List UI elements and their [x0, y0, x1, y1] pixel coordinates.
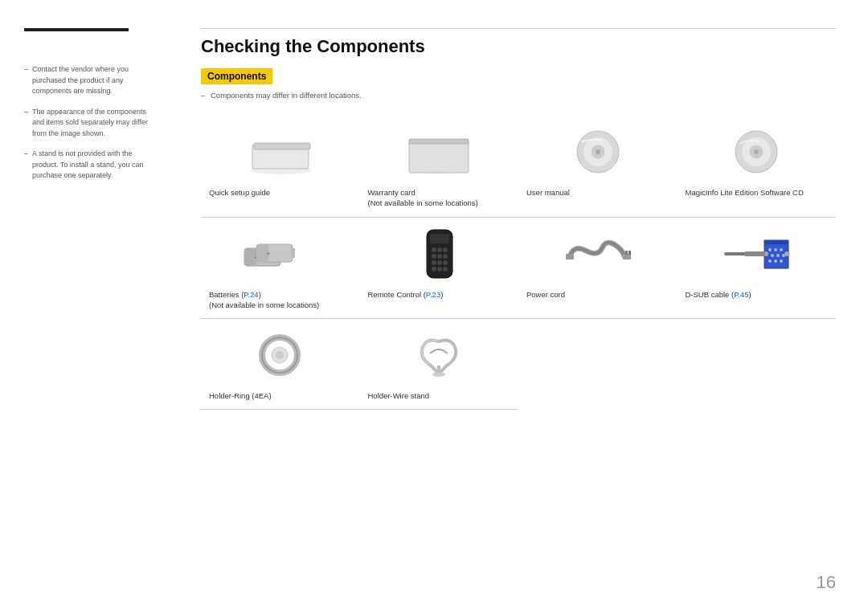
- magicinfo-cd-label: MagicInfo Lite Edition Software CD: [686, 187, 804, 198]
- main-content: Checking the Components Components Compo…: [169, 0, 868, 613]
- svg-point-26: [443, 247, 448, 252]
- components-grid: Quick setup guide Warranty card (Not ava…: [201, 116, 836, 410]
- warranty-card-icon: [368, 122, 511, 182]
- component-batteries: + + Batteries (P.24) (Not available in s…: [201, 218, 360, 320]
- main-top-bar: [201, 28, 836, 29]
- svg-point-44: [776, 254, 780, 257]
- svg-point-42: [780, 248, 783, 251]
- remote-control-icon: [368, 224, 511, 284]
- component-holder-ring: Holder-Ring (4EA): [201, 319, 360, 410]
- sidebar-note-2: The appearance of the components and ite…: [24, 107, 154, 140]
- svg-point-50: [784, 251, 789, 256]
- sidebar-top-bar: [24, 28, 129, 31]
- holder-wire-icon: [368, 325, 511, 386]
- svg-point-31: [437, 260, 442, 265]
- svg-rect-51: [744, 251, 765, 256]
- svg-point-47: [774, 260, 777, 263]
- dsub-cable-label: D-SUB cable (P.45): [686, 289, 751, 300]
- remote-control-label: Remote Control (P.23): [368, 289, 444, 300]
- components-note: Components may differ in different locat…: [201, 91, 836, 100]
- svg-point-24: [432, 247, 436, 252]
- page-container: Contact the vendor where you purchased t…: [0, 0, 868, 613]
- section-label: Components: [201, 68, 272, 84]
- batteries-link[interactable]: P.24: [244, 290, 258, 299]
- svg-point-28: [437, 254, 442, 259]
- svg-point-46: [768, 260, 772, 263]
- svg-point-30: [432, 260, 436, 265]
- svg-point-13: [754, 149, 759, 154]
- quick-setup-guide-label: Quick setup guide: [209, 187, 270, 198]
- page-number: 16: [817, 572, 836, 593]
- svg-point-34: [437, 267, 442, 272]
- magicinfo-cd-icon: [686, 122, 829, 182]
- svg-rect-38: [625, 251, 628, 255]
- component-warranty-card: Warranty card (Not available in some loc…: [360, 116, 519, 218]
- dsub-cable-link[interactable]: P.45: [734, 290, 748, 299]
- svg-point-27: [432, 254, 436, 259]
- component-remote-control: Remote Control (P.23): [360, 218, 519, 320]
- svg-point-40: [768, 248, 772, 251]
- svg-rect-2: [254, 143, 310, 149]
- svg-point-9: [596, 149, 600, 154]
- batteries-label: Batteries (P.24) (Not available in some …: [209, 289, 319, 311]
- svg-rect-23: [430, 234, 449, 243]
- user-manual-label: User manual: [526, 187, 570, 198]
- svg-point-41: [774, 248, 777, 251]
- component-magicinfo-cd: MagicInfo Lite Edition Software CD: [678, 116, 837, 218]
- svg-rect-36: [566, 254, 574, 260]
- svg-point-32: [443, 260, 448, 265]
- power-cord-label: Power cord: [526, 289, 565, 300]
- component-holder-wire: Holder-Wire stand: [360, 319, 519, 410]
- svg-rect-37: [623, 254, 631, 260]
- dsub-cable-icon: [686, 224, 829, 284]
- power-cord-icon: [526, 224, 669, 284]
- component-user-manual: User manual: [518, 116, 678, 218]
- warranty-card-label: Warranty card (Not available in some loc…: [368, 187, 478, 209]
- component-power-cord: Power cord: [518, 218, 678, 320]
- sidebar-note-1: Contact the vendor where you purchased t…: [24, 64, 154, 97]
- holder-wire-label: Holder-Wire stand: [368, 390, 430, 401]
- sidebar-note-3: A stand is not provided with the product…: [24, 149, 154, 182]
- holder-ring-icon: [209, 325, 352, 386]
- svg-rect-19: [291, 248, 295, 258]
- component-dsub-cable: D-SUB cable (P.45): [678, 218, 837, 320]
- svg-point-57: [432, 372, 445, 377]
- svg-point-29: [443, 254, 448, 259]
- sidebar: Contact the vendor where you purchased t…: [0, 0, 169, 613]
- svg-point-33: [432, 267, 436, 272]
- holder-ring-label: Holder-Ring (4EA): [209, 390, 272, 401]
- svg-rect-39: [628, 251, 631, 255]
- page-title: Checking the Components: [201, 36, 836, 57]
- svg-point-43: [771, 254, 774, 257]
- svg-rect-4: [409, 141, 469, 173]
- user-manual-icon: [526, 122, 669, 182]
- remote-control-link[interactable]: P.23: [426, 290, 440, 299]
- svg-point-25: [437, 247, 442, 252]
- svg-text:+: +: [266, 249, 271, 258]
- svg-point-56: [276, 351, 284, 359]
- svg-rect-5: [409, 139, 469, 144]
- svg-rect-52: [724, 252, 745, 255]
- svg-point-48: [780, 260, 783, 263]
- component-quick-setup-guide: Quick setup guide: [201, 116, 360, 218]
- batteries-icon: + +: [209, 224, 352, 284]
- svg-point-35: [443, 267, 448, 272]
- quick-setup-guide-icon: [209, 122, 352, 182]
